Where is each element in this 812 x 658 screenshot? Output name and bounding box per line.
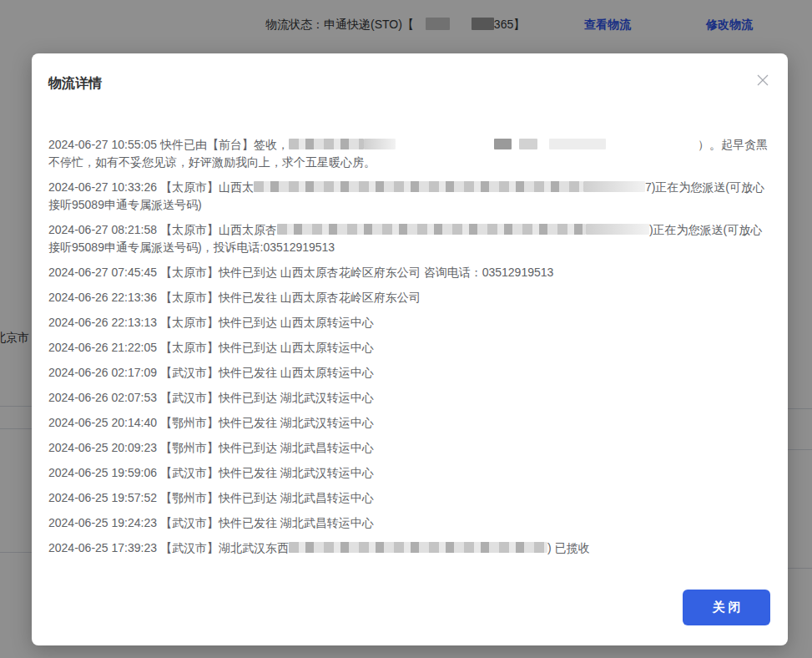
- close-icon[interactable]: [753, 70, 773, 90]
- logistics-event: 2024-06-26 02:17:09 【武汉市】快件已发往 山西太原转运中心: [48, 364, 773, 382]
- event-text: 【武汉市】湖北武汉东西: [160, 541, 289, 554]
- close-button[interactable]: 关 闭: [683, 590, 770, 625]
- logistics-event: 2024-06-26 02:07:53 【武汉市】快件已到达 湖北武汉转运中心: [48, 389, 773, 407]
- event-list: 2024-06-27 10:55:05 快件已由【前台】签收，）。起早贪黑不停忙…: [48, 136, 773, 564]
- event-time: 2024-06-27 10:55:05: [48, 138, 157, 151]
- event-text: 【鄂州市】快件已发往 湖北武汉转运中心: [160, 416, 374, 429]
- redacted-text: [396, 139, 494, 149]
- event-text: 【武汉市】快件已发往 山西太原转运中心: [160, 366, 374, 379]
- event-text: 【太原市】快件已到达 山西太原杏花岭区府东公司 咨询电话：03512919513: [160, 266, 553, 279]
- logistics-event: 2024-06-25 20:09:23 【鄂州市】快件已到达 湖北武昌转运中心: [48, 439, 773, 457]
- logistics-event: 2024-06-27 10:55:05 快件已由【前台】签收，）。起早贪黑不停忙…: [48, 136, 773, 171]
- event-time: 2024-06-25 20:09:23: [48, 441, 157, 454]
- logistics-event: 2024-06-25 20:14:40 【鄂州市】快件已发往 湖北武汉转运中心: [48, 414, 773, 432]
- logistics-detail-modal: 物流详情 2024-06-27 10:55:05 快件已由【前台】签收，）。起早…: [32, 53, 788, 645]
- event-text: 【太原市】快件已发往 山西太原杏花岭区府东公司: [160, 291, 421, 304]
- event-time: 2024-06-25 17:39:23: [48, 541, 157, 554]
- event-text: 【太原市】山西太: [160, 180, 254, 194]
- event-time: 2024-06-27 08:21:58: [48, 223, 157, 236]
- redacted-text: [606, 139, 698, 149]
- redacted-text: [277, 224, 586, 235]
- event-time: 2024-06-26 02:17:09: [48, 366, 157, 379]
- event-text: 【武汉市】快件已到达 湖北武汉转运中心: [160, 391, 374, 404]
- logistics-event: 2024-06-25 19:59:06 【武汉市】快件已发往 湖北武汉转运中心: [48, 464, 773, 482]
- event-time: 2024-06-26 02:07:53: [48, 391, 157, 404]
- redacted-text: [537, 139, 549, 149]
- redacted-text: [364, 139, 396, 149]
- logistics-event: 2024-06-25 19:57:52 【鄂州市】快件已到达 湖北武昌转运中心: [48, 489, 773, 507]
- redacted-text: [289, 139, 364, 149]
- redacted-text: [549, 139, 606, 149]
- event-time: 2024-06-25 19:59:06: [48, 466, 157, 479]
- redacted-text: [519, 139, 537, 149]
- logistics-event: 2024-06-26 22:13:13 【太原市】快件已到达 山西太原转运中心: [48, 314, 773, 332]
- logistics-event: 2024-06-26 22:13:36 【太原市】快件已发往 山西太原杏花岭区府…: [48, 289, 773, 306]
- logistics-event: 2024-06-25 19:24:23 【武汉市】快件已发往 湖北武昌转运中心: [48, 514, 773, 532]
- event-text: 【鄂州市】快件已到达 湖北武昌转运中心: [160, 441, 374, 454]
- event-text: 快件已由【前台】签收，: [160, 138, 289, 151]
- logistics-event: 2024-06-27 08:21:58 【太原市】山西太原杏)正在为您派送(可放…: [48, 221, 773, 256]
- event-time: 2024-06-25 19:57:52: [48, 491, 157, 504]
- event-time: 2024-06-25 20:14:40: [48, 416, 157, 429]
- event-text: 【鄂州市】快件已到达 湖北武昌转运中心: [160, 491, 374, 504]
- redacted-text: [289, 542, 547, 553]
- redacted-text: [583, 181, 645, 192]
- event-time: 2024-06-25 19:24:23: [48, 516, 157, 529]
- logistics-event: 2024-06-27 10:33:26 【太原市】山西太7)正在为您派送(可放心…: [48, 179, 773, 214]
- logistics-event: 2024-06-25 17:39:23 【武汉市】湖北武汉东西) 已揽收: [48, 539, 773, 557]
- modal-title: 物流详情: [48, 75, 102, 93]
- event-text: 【武汉市】快件已发往 湖北武昌转运中心: [160, 516, 374, 529]
- event-time: 2024-06-26 22:13:36: [48, 291, 157, 304]
- logistics-event: 2024-06-27 07:45:45 【太原市】快件已到达 山西太原杏花岭区府…: [48, 264, 773, 281]
- event-time: 2024-06-26 22:13:13: [48, 316, 157, 329]
- redacted-text: [494, 139, 512, 149]
- logistics-event: 2024-06-26 21:22:05 【太原市】快件已到达 山西太原转运中心: [48, 339, 773, 357]
- x-icon: [757, 74, 769, 86]
- redacted-text: [254, 181, 583, 192]
- event-text: 【太原市】快件已到达 山西太原转运中心: [160, 341, 374, 354]
- event-text: ) 已揽收: [547, 541, 590, 554]
- redacted-text: [586, 224, 649, 235]
- event-time: 2024-06-26 21:22:05: [48, 341, 157, 354]
- event-text: 【太原市】快件已到达 山西太原转运中心: [160, 316, 374, 329]
- event-time: 2024-06-27 10:33:26: [48, 180, 157, 194]
- redacted-text: [512, 139, 519, 149]
- event-text: 【武汉市】快件已发往 湖北武汉转运中心: [160, 466, 374, 479]
- event-text: 【太原市】山西太原杏: [160, 223, 277, 236]
- event-time: 2024-06-27 07:45:45: [48, 266, 157, 279]
